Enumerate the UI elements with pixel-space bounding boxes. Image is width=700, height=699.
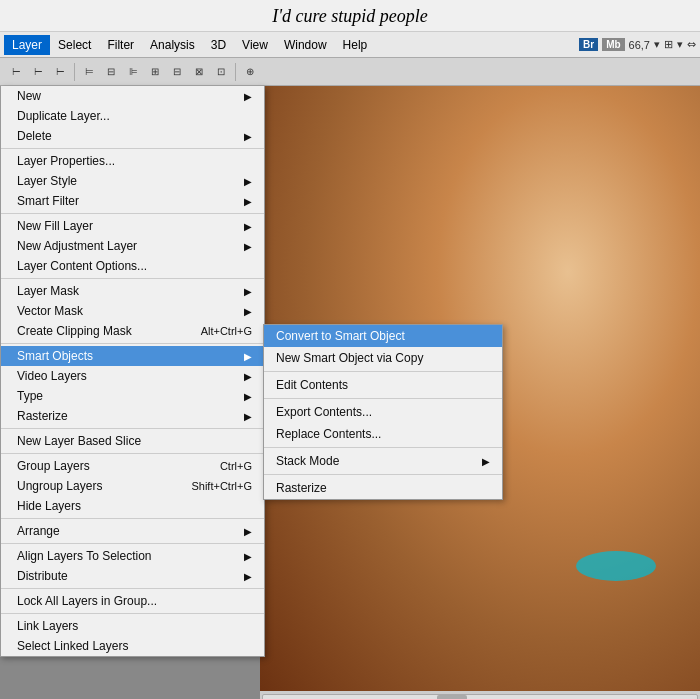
menu-layer[interactable]: Layer	[4, 35, 50, 55]
tool-align-left[interactable]: ⊨	[79, 62, 99, 82]
tool-extra[interactable]: ⊕	[240, 62, 260, 82]
tool-distribute-2[interactable]: ⊟	[167, 62, 187, 82]
menu-item-right: ▶	[244, 371, 252, 382]
page-title: I'd cure stupid people	[0, 0, 700, 32]
menu-item-label: Type	[17, 389, 43, 403]
submenu-label: Rasterize	[276, 481, 327, 495]
menu-item-label: New Fill Layer	[17, 219, 93, 233]
menu-item-label: Group Layers	[17, 459, 90, 473]
layer-menu-item-ungroup_layers[interactable]: Ungroup LayersShift+Ctrl+G	[1, 476, 264, 496]
menu-item-label: Rasterize	[17, 409, 68, 423]
layer-menu-item-lock_all_layers_in_group___[interactable]: Lock All Layers in Group...	[1, 591, 264, 611]
layer-menu-item-align_layers_to_selection[interactable]: Align Layers To Selection▶	[1, 546, 264, 566]
layer-menu-item-create_clipping_mask[interactable]: Create Clipping MaskAlt+Ctrl+G	[1, 321, 264, 341]
ps-badge: Br	[579, 38, 598, 51]
layer-menu-item-group_layers[interactable]: Group LayersCtrl+G	[1, 456, 264, 476]
bottom-scrollbar[interactable]	[260, 691, 700, 699]
menu-separator-31	[1, 588, 264, 589]
tool-align-right[interactable]: ⊫	[123, 62, 143, 82]
menu-filter[interactable]: Filter	[99, 35, 142, 55]
submenu-item-convert_to_smart_object[interactable]: Convert to Smart Object	[264, 325, 502, 347]
menu-item-right: ▶	[244, 241, 252, 252]
tool-distribute-3[interactable]: ⊠	[189, 62, 209, 82]
menu-item-label: Layer Mask	[17, 284, 79, 298]
layer-menu-item-new_adjustment_layer[interactable]: New Adjustment Layer▶	[1, 236, 264, 256]
submenu-item-replace_contents___[interactable]: Replace Contents...	[264, 423, 502, 445]
main-content: New▶Duplicate Layer...Delete▶Layer Prope…	[0, 86, 700, 699]
submenu-label: Convert to Smart Object	[276, 329, 405, 343]
panel-icon[interactable]: ▾	[677, 38, 683, 51]
menu-select[interactable]: Select	[50, 35, 99, 55]
submenu-item-export_contents___[interactable]: Export Contents...	[264, 401, 502, 423]
submenu-arrow: ▶	[482, 456, 490, 467]
menu-item-right: ▶	[244, 391, 252, 402]
submenu-sep-9	[264, 474, 502, 475]
layer-menu-item-select_linked_layers[interactable]: Select Linked Layers	[1, 636, 264, 656]
menu-item-right: ▶	[244, 306, 252, 317]
menu-view[interactable]: View	[234, 35, 276, 55]
menu-item-label: Hide Layers	[17, 499, 81, 513]
tool-icon-1: ⊢	[6, 62, 26, 82]
menu-item-label: New Adjustment Layer	[17, 239, 137, 253]
menu-item-label: Smart Filter	[17, 194, 79, 208]
expand-icon[interactable]: ⇔	[687, 38, 696, 51]
submenu-label: Export Contents...	[276, 405, 372, 419]
layer-menu-item-delete[interactable]: Delete▶	[1, 126, 264, 146]
layer-menu-item-rasterize[interactable]: Rasterize▶	[1, 406, 264, 426]
menu-separator-33	[1, 613, 264, 614]
menu-bar-right: Br Mb 66,7 ▾ ⊞ ▾ ⇔	[579, 38, 696, 51]
zoom-level: 66,7	[629, 39, 650, 51]
submenu-label: New Smart Object via Copy	[276, 351, 423, 365]
menu-help[interactable]: Help	[335, 35, 376, 55]
tool-distribute-1[interactable]: ⊞	[145, 62, 165, 82]
layer-menu-item-smart_objects[interactable]: Smart Objects▶	[1, 346, 264, 366]
submenu-item-new_smart_object_via_copy[interactable]: New Smart Object via Copy	[264, 347, 502, 369]
submenu-item-edit_contents[interactable]: Edit Contents	[264, 374, 502, 396]
tool-distribute-4[interactable]: ⊡	[211, 62, 231, 82]
menu-item-label: New Layer Based Slice	[17, 434, 141, 448]
tool-icon-3: ⊢	[50, 62, 70, 82]
scroll-thumb[interactable]	[437, 695, 467, 699]
layer-menu-item-layer_mask[interactable]: Layer Mask▶	[1, 281, 264, 301]
submenu-label: Replace Contents...	[276, 427, 381, 441]
view-options-icon[interactable]: ⊞	[664, 38, 673, 51]
menu-item-label: Create Clipping Mask	[17, 324, 132, 338]
layer-menu-item-arrange[interactable]: Arrange▶	[1, 521, 264, 541]
layer-menu-item-new_fill_layer[interactable]: New Fill Layer▶	[1, 216, 264, 236]
layer-menu-item-duplicate_layer___[interactable]: Duplicate Layer...	[1, 106, 264, 126]
submenu-item-rasterize[interactable]: Rasterize	[264, 477, 502, 499]
submenu-item-stack_mode[interactable]: Stack Mode▶	[264, 450, 502, 472]
menu-item-label: Align Layers To Selection	[17, 549, 152, 563]
layer-menu-item-smart_filter[interactable]: Smart Filter▶	[1, 191, 264, 211]
toolbar: ⊢ ⊢ ⊢ ⊨ ⊟ ⊫ ⊞ ⊟ ⊠ ⊡ ⊕	[0, 58, 700, 86]
menu-item-label: Arrange	[17, 524, 60, 538]
toolbar-sep-1	[74, 63, 75, 81]
menu-3d[interactable]: 3D	[203, 35, 234, 55]
menu-window[interactable]: Window	[276, 35, 335, 55]
tool-icon-2: ⊢	[28, 62, 48, 82]
menu-separator-15	[1, 343, 264, 344]
scroll-track[interactable]	[262, 694, 698, 699]
layer-menu-item-hide_layers[interactable]: Hide Layers	[1, 496, 264, 516]
menu-item-label: Duplicate Layer...	[17, 109, 110, 123]
menu-item-label: Select Linked Layers	[17, 639, 128, 653]
menu-item-label: Smart Objects	[17, 349, 93, 363]
layer-menu-item-distribute[interactable]: Distribute▶	[1, 566, 264, 586]
menu-separator-26	[1, 518, 264, 519]
layer-menu-item-new[interactable]: New▶	[1, 86, 264, 106]
layer-menu-item-layer_content_options___[interactable]: Layer Content Options...	[1, 256, 264, 276]
menu-item-label: Ungroup Layers	[17, 479, 102, 493]
layer-menu-item-vector_mask[interactable]: Vector Mask▶	[1, 301, 264, 321]
menu-bar: Layer Select Filter Analysis 3D View Win…	[0, 32, 700, 58]
tool-align-center[interactable]: ⊟	[101, 62, 121, 82]
menu-analysis[interactable]: Analysis	[142, 35, 203, 55]
layer-menu-item-new_layer_based_slice[interactable]: New Layer Based Slice	[1, 431, 264, 451]
layer-menu-item-video_layers[interactable]: Video Layers▶	[1, 366, 264, 386]
menu-item-label: Delete	[17, 129, 52, 143]
layer-menu-item-link_layers[interactable]: Link Layers	[1, 616, 264, 636]
title-text: I'd cure stupid people	[272, 6, 428, 26]
layer-menu-item-type[interactable]: Type▶	[1, 386, 264, 406]
menu-item-label: Video Layers	[17, 369, 87, 383]
layer-menu-item-layer_style[interactable]: Layer Style▶	[1, 171, 264, 191]
layer-menu-item-layer_properties___[interactable]: Layer Properties...	[1, 151, 264, 171]
